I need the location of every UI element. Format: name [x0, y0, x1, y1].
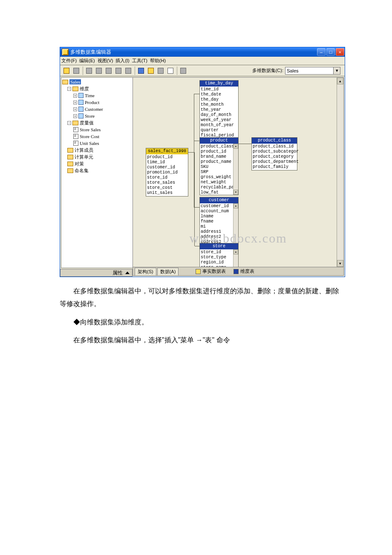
properties-label: 属性	[112, 269, 123, 277]
table-store[interactable]: store store_id store_type region_id stor…	[199, 243, 239, 267]
tool-btn[interactable]	[156, 66, 165, 75]
table-header: product	[200, 138, 238, 144]
folder-icon	[67, 162, 73, 166]
legend-dim-label: 维度表	[240, 268, 254, 275]
tool-btn[interactable]	[179, 66, 188, 75]
folder-icon	[67, 168, 73, 173]
tree-dim-time[interactable]: +Time	[62, 92, 132, 99]
menu-file[interactable]: 文件(F)	[61, 58, 77, 64]
cube-icon	[62, 80, 68, 84]
tree-root[interactable]: Sales	[62, 78, 132, 85]
vertical-scrollbar[interactable]: ▴ ▾	[337, 78, 343, 267]
table-header: store	[200, 243, 238, 249]
measure-icon	[73, 134, 78, 139]
bottom-tab-strip: 架构(S) 数据(A) 事实数据表 维度表	[133, 267, 344, 276]
scroll-down-icon[interactable]: ▾	[233, 190, 238, 195]
scroll-up-icon[interactable]: ▴	[233, 249, 238, 254]
window-title: 多维数据集编辑器	[70, 49, 111, 56]
tab-schema[interactable]: 架构(S)	[135, 268, 156, 275]
table-header: product_class	[252, 138, 297, 144]
table-product-class[interactable]: product_class product_class_id product_s…	[251, 137, 297, 171]
tree-meas-cost[interactable]: Store Cost	[62, 133, 132, 140]
scrollbar[interactable]: ▴▾	[233, 144, 238, 195]
tool-btn[interactable]	[136, 66, 146, 75]
table-sales-fact-1998[interactable]: sales_fact_1998 product_id time_id custo…	[146, 148, 188, 197]
dimension-icon	[78, 113, 84, 119]
cube-combo-label: 多维数据集(C):	[252, 67, 283, 74]
folder-icon	[72, 87, 78, 91]
menu-edit[interactable]: 编辑(E)	[79, 58, 95, 64]
tool-btn[interactable]	[94, 66, 104, 75]
tool-btn[interactable]	[114, 66, 123, 75]
scroll-up-icon[interactable]: ▴	[233, 144, 238, 149]
tool-btn[interactable]	[62, 66, 71, 75]
tree-dims-folder[interactable]: − 维度	[62, 85, 132, 92]
tree-named-set[interactable]: 命名集	[62, 167, 132, 174]
tool-btn[interactable]	[146, 66, 156, 75]
scroll-up-icon[interactable]: ▴	[337, 78, 343, 84]
tree-calc-cell[interactable]: 计算单元	[62, 153, 132, 160]
maximize-button[interactable]: □	[326, 48, 335, 56]
column-list: product_class_id product_subcategor prod…	[252, 144, 297, 170]
close-button[interactable]: ×	[336, 48, 344, 56]
dimension-icon	[78, 93, 84, 98]
tool-btn[interactable]	[84, 66, 94, 75]
toolbar: 多维数据集(C): Sales ▾	[60, 65, 345, 76]
table-product[interactable]: product product_class_id product_id bran…	[199, 137, 239, 195]
collapse-icon[interactable]: −	[67, 87, 71, 91]
tree-action[interactable]: 对策	[62, 160, 132, 167]
collapse-icon[interactable]: −	[67, 121, 71, 125]
column-list: store_id store_type region_id store_name…	[200, 249, 238, 267]
title-bar[interactable]: 多维数据集编辑器 – □ ×	[60, 47, 345, 57]
table-header: sales_fact_1998	[146, 148, 188, 154]
table-time-by-day[interactable]: time_by_day time_id the_date the_day the…	[199, 80, 239, 139]
legend-fact-label: 事实数据表	[202, 268, 226, 275]
tab-data[interactable]: 数据(A)	[157, 268, 179, 275]
cube-combo[interactable]: Sales ▾	[285, 67, 340, 75]
tree-meas-folder[interactable]: − 度量值	[62, 119, 132, 126]
menu-insert[interactable]: 插入(I)	[115, 58, 129, 64]
tree-dim-customer[interactable]: +Customer	[62, 106, 132, 113]
paragraph-1: 在多维数据集编辑器中，可以对多维数据集进行维度的添加、删除；度量值的新建、删除等…	[60, 285, 341, 311]
dimension-icon	[78, 100, 84, 105]
expand-icon[interactable]: +	[73, 94, 77, 98]
tree-dim-product[interactable]: +Product	[62, 99, 132, 106]
tree-meas-sales[interactable]: Store Sales	[62, 126, 132, 133]
menu-tools[interactable]: 工具(T)	[132, 58, 147, 64]
menu-help[interactable]: 帮助(H)	[150, 58, 166, 64]
cube-combo-value: Sales	[287, 68, 299, 73]
folder-icon	[72, 121, 78, 125]
measure-icon	[73, 127, 78, 132]
legend-fact-swatch	[196, 269, 201, 274]
tool-btn[interactable]	[72, 66, 81, 75]
tool-btn[interactable]	[124, 66, 133, 75]
table-header: time_by_day	[200, 81, 238, 87]
table-header: customer	[200, 197, 238, 203]
folder-icon	[67, 148, 73, 153]
tree-panel: Sales − 维度 +Time +Product +Customer +Sto…	[61, 77, 133, 268]
tree-meas-units[interactable]: Unit Sales	[62, 140, 132, 147]
dropdown-icon[interactable]: ▾	[333, 67, 340, 74]
expand-icon[interactable]: +	[73, 101, 77, 104]
paragraph-2: ◆向维数据集添加维度。	[60, 316, 341, 329]
menu-view[interactable]: 视图(V)	[98, 58, 113, 64]
column-list: time_id the_date the_day the_month the_y…	[200, 87, 238, 139]
legend-dim-swatch	[233, 269, 239, 274]
expand-icon[interactable]: +	[73, 107, 77, 111]
paragraph-3: 在多维数据集编辑器中，选择"插入"菜单 →"表" 命令	[60, 334, 341, 347]
scroll-up-icon[interactable]: ▴	[233, 203, 238, 208]
tree-calc-member[interactable]: 计算成员	[62, 147, 132, 153]
minimize-button[interactable]: –	[317, 48, 326, 56]
cube-editor-window: 多维数据集编辑器 – □ × 文件(F) 编辑(E) 视图(V) 插入(I) 工…	[60, 47, 345, 277]
tool-btn[interactable]	[166, 66, 175, 75]
properties-header[interactable]: 属性	[60, 269, 133, 277]
tool-btn[interactable]	[104, 66, 113, 75]
tree-dim-store[interactable]: +Store	[62, 113, 132, 119]
scrollbar[interactable]: ▴▾	[233, 249, 238, 267]
expand-up-icon	[125, 272, 130, 274]
expand-icon[interactable]: +	[73, 114, 77, 118]
schema-diagram[interactable]: sales_fact_1998 product_id time_id custo…	[133, 77, 344, 267]
column-list: product_class_id product_id brand_name p…	[200, 144, 238, 195]
menu-bar: 文件(F) 编辑(E) 视图(V) 插入(I) 工具(T) 帮助(H)	[60, 57, 345, 65]
scroll-down-icon[interactable]: ▾	[337, 260, 343, 267]
